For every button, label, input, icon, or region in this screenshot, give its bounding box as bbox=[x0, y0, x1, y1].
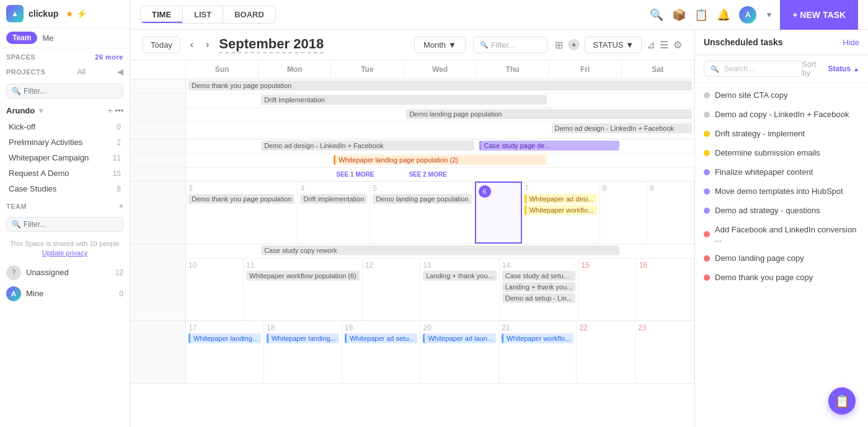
member-unassigned[interactable]: ? Unassigned 12 bbox=[0, 262, 130, 283]
status-button[interactable]: STATUS ▼ bbox=[585, 37, 642, 53]
project-item-preliminary[interactable]: Preliminary Activities 2 bbox=[0, 134, 130, 150]
see-1-more[interactable]: SEE 1 MORE bbox=[334, 170, 376, 178]
unscheduled-item-2[interactable]: Drift strategy - implement bbox=[695, 124, 868, 143]
projects-filter-input[interactable] bbox=[24, 87, 118, 95]
task-demo-ad-2[interactable]: Demo ad design - LinkedIn + Facebook bbox=[261, 141, 474, 151]
day-cell-16[interactable]: 16 bbox=[637, 258, 694, 320]
team-badge[interactable]: Team bbox=[6, 32, 37, 44]
tab-list[interactable]: LIST bbox=[183, 6, 223, 23]
hide-button[interactable]: Hide bbox=[843, 38, 859, 47]
all-link[interactable]: All bbox=[77, 68, 85, 76]
see-2-more[interactable]: SEE 2 MORE bbox=[406, 170, 449, 178]
day-cell-13[interactable]: 13 Landing + thank you... bbox=[420, 258, 500, 320]
spaces-more[interactable]: 26 more bbox=[95, 53, 123, 61]
day-cell-9[interactable]: 9 bbox=[647, 182, 694, 244]
task-wp-ad-launch-20[interactable]: Whitepaper ad laun... bbox=[423, 333, 496, 343]
member-mine[interactable]: A Mine 0 bbox=[0, 283, 130, 304]
project-item-kickoff[interactable]: Kick-off 0 bbox=[0, 119, 130, 134]
fab-button[interactable]: 📋 bbox=[828, 387, 856, 415]
unscheduled-item-9[interactable]: Demo thank you page copy bbox=[695, 268, 868, 287]
collapse-icon[interactable]: ◀ bbox=[117, 67, 123, 76]
unscheduled-item-5[interactable]: Move demo templates into HubSpot bbox=[695, 182, 868, 201]
task-case-study-page[interactable]: Case study page de... bbox=[479, 141, 619, 151]
filter-icon[interactable]: ⊿ bbox=[647, 39, 655, 51]
task-wp-workflow-11[interactable]: Whitepaper workflow population (6) bbox=[246, 271, 359, 281]
unscheduled-item-6[interactable]: Demo ad strategy - questions bbox=[695, 201, 868, 220]
project-item-case-studies[interactable]: Case Studies 8 bbox=[0, 181, 130, 196]
day-cell-5[interactable]: 5 Demo landing page population bbox=[370, 182, 474, 244]
user-chevron-icon[interactable]: ▼ bbox=[765, 11, 773, 19]
week-0-cell-5[interactable] bbox=[549, 94, 622, 107]
unscheduled-item-7[interactable]: Add Facebook and LinkedIn conversion ... bbox=[695, 220, 868, 249]
me-label[interactable]: Me bbox=[42, 33, 53, 43]
bell-icon[interactable]: 🔔 bbox=[717, 8, 730, 22]
tab-time[interactable]: TIME bbox=[141, 6, 183, 23]
week-0-cell-0[interactable] bbox=[186, 94, 259, 107]
day-cell-23[interactable]: 23 bbox=[636, 321, 694, 383]
project-item-whitepaper[interactable]: Whitepaper Campaign 11 bbox=[0, 150, 130, 165]
search-icon[interactable]: 🔍 bbox=[650, 8, 663, 22]
day-cell-4[interactable]: 4 Drift implementation bbox=[298, 182, 370, 244]
task-demo-ad-14[interactable]: Demo ad setup - Lin... bbox=[502, 293, 576, 303]
task-demo-landing[interactable]: Demo landing page population bbox=[406, 109, 692, 119]
list-view-icon[interactable]: ☰ bbox=[660, 39, 668, 51]
cube-icon[interactable]: 📦 bbox=[672, 8, 686, 22]
unscheduled-search-input[interactable]: 🔍 Search... bbox=[704, 61, 802, 77]
week-0-cell-6[interactable] bbox=[622, 94, 694, 107]
project-item-request-demo[interactable]: Request A Demo 15 bbox=[0, 165, 130, 181]
day-cell-10[interactable]: 10 bbox=[186, 258, 244, 320]
more-icon[interactable]: ••• bbox=[115, 106, 123, 115]
day-cell-6[interactable]: 6 bbox=[475, 182, 522, 244]
new-task-button[interactable]: + NEW TASK bbox=[780, 0, 858, 30]
task-wp-ad-7[interactable]: Whitepaper ad desi... bbox=[525, 194, 597, 204]
day-cell-12[interactable]: 12 bbox=[363, 258, 420, 320]
add-project-icon[interactable]: + bbox=[108, 106, 113, 115]
day-cell-8[interactable]: 8 bbox=[600, 182, 647, 244]
unscheduled-item-4[interactable]: Finalize whitepaper content bbox=[695, 162, 868, 182]
task-wp-ad-setup-19[interactable]: Whitepaper ad setu... bbox=[345, 333, 418, 343]
task-case-copy-span[interactable]: Case study copy rework bbox=[261, 245, 619, 255]
unscheduled-item-3[interactable]: Determine submission emails bbox=[695, 143, 868, 162]
month-button[interactable]: Month ▼ bbox=[414, 37, 466, 53]
task-landing-ty-13[interactable]: Landing + thank you... bbox=[423, 271, 497, 281]
today-button[interactable]: Today bbox=[143, 37, 180, 53]
task-casestudy-14[interactable]: Case study ad setu... bbox=[502, 271, 576, 281]
prev-arrow[interactable]: ‹ bbox=[188, 38, 196, 51]
unscheduled-item-8[interactable]: Demo landing page copy bbox=[695, 249, 868, 268]
user-avatar[interactable]: A bbox=[739, 6, 756, 24]
unscheduled-item-1[interactable]: Demo ad copy - LinkedIn + Facebook bbox=[695, 105, 868, 124]
task-wp-landing-17[interactable]: Whitepaper landing... bbox=[188, 333, 261, 343]
task-demo-ad[interactable]: Demo ad design - LinkedIn + Facebook bbox=[552, 123, 692, 133]
task-whitepaper-landing-pop[interactable]: Whitepaper landing page population (2) bbox=[334, 155, 546, 165]
day-cell-17[interactable]: 17 Whitepaper landing... bbox=[186, 321, 264, 383]
filter-input[interactable]: 🔍 Filter... bbox=[473, 37, 547, 53]
next-arrow[interactable]: › bbox=[203, 38, 211, 51]
day-cell-7[interactable]: 7 Whitepaper ad desi... Whitepaper workf… bbox=[522, 182, 600, 244]
day-cell-3[interactable]: 3 Demo thank you page population bbox=[186, 182, 298, 244]
tab-board[interactable]: BOARD bbox=[223, 6, 275, 23]
day-cell-19[interactable]: 19 Whitepaper ad setu... bbox=[342, 321, 421, 383]
toggle-icon[interactable]: ● bbox=[568, 39, 580, 50]
day-cell-18[interactable]: 18 Whitepaper landing... bbox=[264, 321, 342, 383]
team-filter[interactable]: 🔍 bbox=[6, 217, 123, 232]
sort-arrow-icon[interactable]: ▲ bbox=[853, 66, 859, 73]
grid-icon[interactable]: ⊞ bbox=[555, 39, 563, 51]
day-cell-20[interactable]: 20 Whitepaper ad laun... bbox=[420, 321, 499, 383]
day-cell-21[interactable]: 21 Whitepaper workflo... bbox=[499, 321, 577, 383]
clipboard-icon[interactable]: 📋 bbox=[694, 8, 708, 22]
task-drift[interactable]: Drift implementation bbox=[261, 95, 547, 105]
day-cell-15[interactable]: 15 bbox=[578, 258, 636, 320]
day-cell-22[interactable]: 22 bbox=[577, 321, 636, 383]
sort-status[interactable]: Status bbox=[828, 64, 851, 73]
task-demo-thankyou-span[interactable]: Demo thank you page population bbox=[188, 81, 692, 90]
team-filter-input[interactable] bbox=[24, 220, 118, 229]
task-demo-ty-3[interactable]: Demo thank you page population bbox=[188, 194, 294, 204]
day-cell-11[interactable]: 11 Whitepaper workflow population (6) bbox=[244, 258, 362, 320]
projects-filter[interactable]: 🔍 bbox=[6, 84, 123, 99]
day-cell-14[interactable]: 14 Case study ad setu... Landing + thank… bbox=[500, 258, 579, 320]
unscheduled-item-0[interactable]: Demo site CTA copy bbox=[695, 86, 868, 105]
update-privacy-link[interactable]: Update privacy bbox=[42, 249, 87, 257]
task-landing-14[interactable]: Landing + thank you... bbox=[502, 282, 576, 292]
task-demo-land-5[interactable]: Demo landing page population bbox=[373, 194, 471, 204]
task-wp-workflow-21[interactable]: Whitepaper workflo... bbox=[502, 333, 574, 343]
